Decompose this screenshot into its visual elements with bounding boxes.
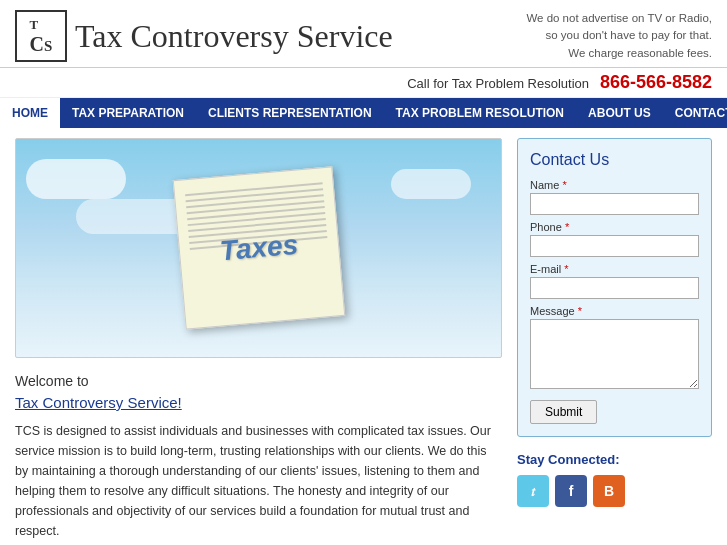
phone-input[interactable] [530,235,699,257]
call-label: Call for Tax Problem Resolution [407,76,589,91]
message-label: Message * [530,305,699,317]
facebook-icon[interactable]: f [555,475,587,507]
logo-title: Tax Controversy Service [75,18,393,55]
logo-letters: TCS [30,17,53,56]
email-label: E-mail * [530,263,699,275]
left-content: Taxes Welcome to Tax Controversy Service… [15,138,502,541]
nav-contact[interactable]: CONTACT [663,98,727,128]
navigation: HOME TAX PREPARATION CLIENTS REPRESENTAT… [0,98,727,128]
nav-about-us[interactable]: ABOUT US [576,98,663,128]
stay-connected-section: Stay Connected: 𝑡 f B [517,452,712,507]
email-input[interactable] [530,277,699,299]
name-label: Name * [530,179,699,191]
cloud-decoration-1 [26,159,126,199]
nav-tax-preparation[interactable]: TAX PREPARATION [60,98,196,128]
social-icons: 𝑡 f B [517,475,712,507]
name-input[interactable] [530,193,699,215]
tagline-line3: We charge reasonable fees. [568,47,712,59]
contact-form-title: Contact Us [530,151,699,169]
nav-clients-representation[interactable]: CLIENTS REPRESENTATION [196,98,384,128]
tcs-description: TCS is designed to assist individuals an… [15,421,502,541]
welcome-text: Welcome to [15,373,502,389]
logo-box: TCS [15,10,67,62]
phone-number[interactable]: 866-566-8582 [600,72,712,92]
nav-home[interactable]: HOME [0,98,60,128]
stay-connected-title: Stay Connected: [517,452,712,467]
twitter-icon[interactable]: 𝑡 [517,475,549,507]
call-bar: Call for Tax Problem Resolution 866-566-… [0,68,727,98]
tagline-line1: We do not advertise on TV or Radio, [526,12,712,24]
right-sidebar: Contact Us Name * Phone * E-mail * Messa… [517,138,712,541]
taxes-label: Taxes [218,229,299,268]
contact-form-box: Contact Us Name * Phone * E-mail * Messa… [517,138,712,437]
logo-area: TCS Tax Controversy Service [15,10,393,62]
nav-tax-problem-resolution[interactable]: TAX PROBLEM RESOLUTION [384,98,576,128]
hero-image: Taxes [15,138,502,358]
header: TCS Tax Controversy Service We do not ad… [0,0,727,68]
submit-button[interactable]: Submit [530,400,597,424]
main-content: Taxes Welcome to Tax Controversy Service… [0,128,727,545]
message-input[interactable] [530,319,699,389]
tcs-link[interactable]: Tax Controversy Service! [15,394,502,411]
blogger-icon[interactable]: B [593,475,625,507]
header-tagline: We do not advertise on TV or Radio, so y… [526,10,712,62]
taxes-document: Taxes [172,166,344,329]
cloud-decoration-2 [391,169,471,199]
tagline-line2: so you don't have to pay for that. [546,29,713,41]
phone-label: Phone * [530,221,699,233]
